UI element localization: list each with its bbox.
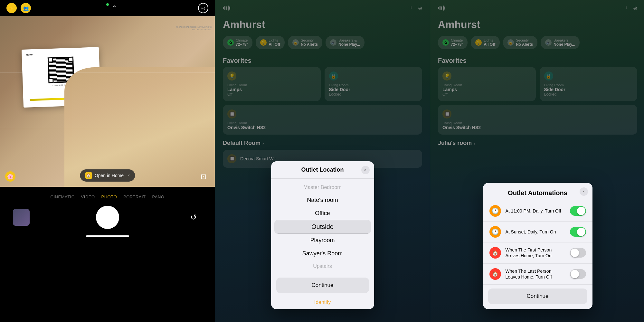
grid-lines <box>0 16 215 187</box>
outlet-location-modal: × Outlet Location Master Bedroom Nate's … <box>271 161 374 309</box>
mode-cinematic[interactable]: CINEMATIC <box>51 194 75 199</box>
automation-header: × Outlet Automations <box>483 183 592 201</box>
flash-icon[interactable]: ⚡ <box>6 3 17 13</box>
automation-toggle-2[interactable] <box>570 227 586 237</box>
mode-portrait[interactable]: PORTRAIT <box>123 194 146 199</box>
camera-controls: CINEMATIC VIDEO PHOTO PORTRAIT PANO ↺ <box>0 187 215 241</box>
picker-item-sawyers[interactable]: Sawyer's Room <box>271 247 374 260</box>
camera-viewfinder: PLEASE READ THESE INSTRUCTIONSBEFORE INS… <box>0 16 215 187</box>
camera-settings-icon[interactable]: ◎ <box>198 3 208 13</box>
automation-item-3: 🏠 When The First Person Arrives Home, Tu… <box>483 242 592 263</box>
picker-item-upstairs[interactable]: Upstairs <box>271 260 374 272</box>
camera-shutter-row: ↺ <box>0 202 215 233</box>
mode-pano[interactable]: PANO <box>152 194 165 199</box>
modal-overlay-2: × Outlet Automations 🕐 At 11:00 PM, Dail… <box>430 0 644 322</box>
photo-thumbnail[interactable] <box>13 209 30 226</box>
automation-toggle-1[interactable] <box>570 206 586 216</box>
live-photo-icon[interactable]: 👥 <box>21 3 31 13</box>
macro-toggle-icon[interactable]: 🌸 <box>5 171 15 182</box>
banner-close[interactable]: × <box>128 173 130 178</box>
modal-overlay-1: × Outlet Location Master Bedroom Nate's … <box>215 0 430 322</box>
automation-item-1: 🕐 At 11:00 PM, Daily, Turn Off <box>483 201 592 222</box>
modal-close-button-1[interactable]: × <box>361 166 370 174</box>
automation-modal-title: Outlet Automations <box>489 189 586 197</box>
status-dot <box>106 3 109 6</box>
automation-text-1: At 11:00 PM, Daily, Turn Off <box>506 208 565 214</box>
automation-toggle-4[interactable] <box>570 269 586 279</box>
person-arrives-icon: 🏠 <box>489 247 501 259</box>
camera-modes: CINEMATIC VIDEO PHOTO PORTRAIT PANO <box>0 192 215 202</box>
continue-button-2[interactable]: Continue <box>488 289 587 304</box>
flip-camera-button[interactable]: ↺ <box>185 209 202 226</box>
camera-status-bar: ⚡ 👥 ⌃ ◎ <box>0 0 215 16</box>
home-app-icon: 🏠 <box>85 172 92 179</box>
picker-item-playroom[interactable]: Playroom <box>271 234 374 247</box>
picker-item-master[interactable]: Master Bedroom <box>271 181 374 194</box>
continue-button-1[interactable]: Continue <box>276 278 369 293</box>
home-panel-2: + ⊕ Amhurst ✿ Climate 72–78° 💡 Lights Al… <box>430 0 644 322</box>
picker-item-nates[interactable]: Nate's room <box>271 194 374 207</box>
clock-icon-1: 🕐 <box>489 205 501 217</box>
modal-title-1: Outlet Location <box>276 166 369 173</box>
mode-video[interactable]: VIDEO <box>81 194 95 199</box>
home-panel-1: + ⊕ Amhurst ✿ Climate 72–78° 💡 Lights Al… <box>215 0 430 322</box>
automation-item-2: 🕐 At Sunset, Daily, Turn On <box>483 222 592 242</box>
banner-label: Open in Home <box>95 173 124 178</box>
home-indicator <box>86 235 129 237</box>
automation-text-2: At Sunset, Daily, Turn On <box>506 229 565 235</box>
modal-header-1: × Outlet Location <box>271 161 374 179</box>
automation-text-3: When The First Person Arrives Home, Turn… <box>506 247 565 259</box>
qr-scan-icon[interactable]: ⊡ <box>201 173 210 182</box>
camera-panel: ⚡ 👥 ⌃ ◎ PLEASE READ THESE INSTRUCTIONSBE… <box>0 0 215 322</box>
picker-list: Master Bedroom Nate's room Office Outsid… <box>271 179 374 275</box>
picker-item-office[interactable]: Office <box>271 207 374 220</box>
automation-text-4: When The Last Person Leaves Home, Turn O… <box>506 268 565 280</box>
chevron-up-icon[interactable]: ⌃ <box>112 4 117 12</box>
picker-item-outside[interactable]: Outside <box>274 220 371 234</box>
automation-item-4: 🏠 When The Last Person Leaves Home, Turn… <box>483 264 592 285</box>
open-in-home-banner[interactable]: 🏠 Open in Home × <box>80 169 135 182</box>
modal-close-button-2[interactable]: × <box>580 187 588 196</box>
clock-icon-2: 🕐 <box>489 226 501 238</box>
camera-icons-left: ⚡ 👥 <box>6 3 31 13</box>
identify-link[interactable]: Identify <box>271 296 374 309</box>
shutter-button[interactable] <box>96 206 119 229</box>
outlet-automations-modal: × Outlet Automations 🕐 At 11:00 PM, Dail… <box>483 183 592 309</box>
person-leaves-icon: 🏠 <box>489 268 501 280</box>
automation-toggle-3[interactable] <box>570 248 586 258</box>
mode-photo[interactable]: PHOTO <box>101 194 117 199</box>
